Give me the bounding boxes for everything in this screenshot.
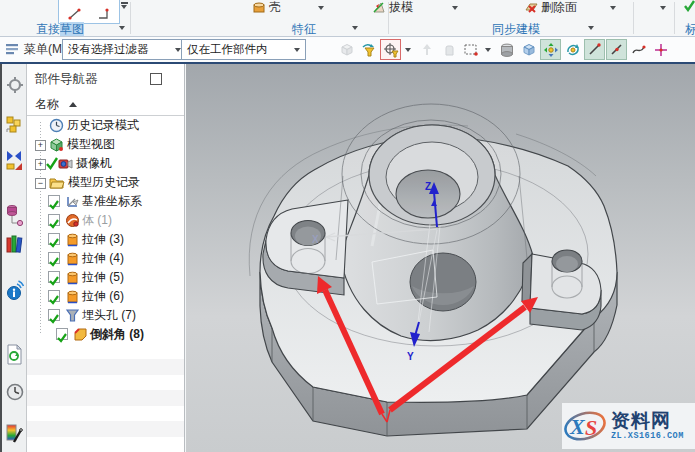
checkbox-checked[interactable]: [56, 328, 68, 340]
group-dropdown-arrow-icon[interactable]: [119, 26, 125, 30]
watermark-logo: X S: [562, 405, 610, 447]
line-tool-2-button[interactable]: [606, 39, 627, 60]
dropdown-arrow-icon[interactable]: [610, 6, 616, 10]
delete-face-button[interactable]: 删除面: [524, 0, 577, 14]
check-mark-icon: [49, 295, 59, 305]
rotate-view-button[interactable]: [562, 39, 583, 60]
panel-title: 部件导航器: [35, 71, 98, 88]
dropdown-arrow-button[interactable]: [402, 39, 413, 60]
web-browser-info-icon[interactable]: [6, 280, 24, 302]
dropdown-arrow-icon[interactable]: [660, 6, 666, 10]
checkbox-checked[interactable]: [48, 252, 60, 264]
resource-bar: [0, 64, 27, 452]
check-mark-icon: [684, 0, 695, 12]
menu-icon: [5, 43, 20, 56]
assembly-cube-icon: [339, 42, 355, 58]
check-mark-icon: [46, 156, 58, 171]
tree-item-chamfer[interactable]: 倒斜角 (8): [27, 325, 185, 344]
camera-icon: [58, 156, 73, 171]
dropdown-arrow-icon[interactable]: [318, 6, 324, 10]
checkbox-checked[interactable]: [48, 271, 60, 283]
hand-icon: [441, 42, 457, 58]
line-tool-button[interactable]: [584, 39, 605, 60]
part-navigator-icon[interactable]: [6, 204, 24, 228]
group-separator: [674, 2, 675, 34]
pan-arrows-icon: [543, 42, 559, 58]
marquee-rect-icon: [463, 42, 479, 58]
tree-item-datum-csys[interactable]: 基准坐标系: [27, 192, 185, 211]
group-label-feature: 特征: [292, 21, 316, 38]
history-clock-icon[interactable]: [6, 382, 24, 404]
checkbox-checked[interactable]: [48, 309, 60, 321]
checkbox-checked[interactable]: [48, 214, 60, 226]
extrude-icon: [65, 251, 80, 266]
check-mark-icon: [57, 333, 67, 343]
tree-item-countersunk-hole[interactable]: 埋头孔 (7): [27, 306, 185, 325]
drag-button[interactable]: [438, 39, 459, 60]
axis-x-label: X: [312, 234, 319, 245]
constraint-navigator-icon[interactable]: [6, 148, 24, 174]
point-tool-button[interactable]: [650, 39, 671, 60]
clock-icon: [49, 118, 64, 133]
selection-filter-button[interactable]: [380, 39, 401, 60]
group-dropdown-arrow-icon[interactable]: [352, 26, 358, 30]
top-border-bar: 菜单(M) 没有选择过滤器 仅在工作部件内: [0, 37, 695, 64]
viewport-3d[interactable]: X Z Y: [186, 64, 695, 452]
tree-item-extrude-6[interactable]: 拉伸 (6): [27, 287, 185, 306]
group-dropdown-arrow-icon[interactable]: [588, 26, 594, 30]
expand-plus-icon[interactable]: +: [35, 159, 46, 170]
shell-button[interactable]: 壳: [252, 0, 281, 14]
translucency-button[interactable]: [518, 39, 539, 60]
move-arrow-icon: [419, 42, 435, 58]
snap-point-button[interactable]: [358, 39, 379, 60]
translucent-cube-icon: [521, 42, 537, 58]
selection-filter-dropdown[interactable]: 没有选择过滤器: [62, 39, 187, 60]
pan-view-button[interactable]: [540, 39, 561, 60]
tree-item-model-views[interactable]: + 模型视图: [27, 135, 185, 154]
spline-tool-button[interactable]: [628, 39, 649, 60]
check-mark-icon: [49, 219, 59, 229]
group-label-direct-sketch: 直接草图: [36, 21, 84, 38]
dropdown-arrow-icon[interactable]: [452, 6, 458, 10]
tree-item-model-history[interactable]: − 模型历史记录: [27, 173, 185, 192]
name-column-header[interactable]: 名称: [27, 94, 184, 116]
draft-button[interactable]: 拔模: [372, 0, 413, 14]
gallery-more-icon[interactable]: [121, 2, 128, 9]
tree-item-history-mode[interactable]: 历史记录模式: [27, 116, 185, 135]
snap-funnel-icon: [361, 42, 377, 58]
dropdown-arrow-button[interactable]: [482, 39, 493, 60]
checkbox-checked[interactable]: [48, 195, 60, 207]
expand-plus-icon[interactable]: +: [35, 140, 46, 151]
selection-scope-dropdown[interactable]: 仅在工作部件内: [181, 39, 306, 60]
axis-y-label: Y: [407, 351, 414, 362]
group-separator: [388, 2, 389, 34]
checkbox-checked[interactable]: [48, 233, 60, 245]
line-icon: [609, 42, 625, 58]
history-document-icon[interactable]: [6, 344, 24, 366]
check-mark-icon: [49, 276, 59, 286]
settings-gear-icon[interactable]: [6, 76, 24, 94]
check-mark-icon: [49, 238, 59, 248]
tree-item-extrude-5[interactable]: 拉伸 (5): [27, 268, 185, 287]
assemblies-button[interactable]: [336, 39, 357, 60]
ribbon: 壳 拔模 删除面 直接草图 特征 同步建模 标: [0, 0, 695, 37]
check-mark-icon: [49, 314, 59, 324]
profile-sketch-icon: [96, 6, 112, 22]
watermark-site-url: ZL.XS1616.COM: [611, 432, 684, 441]
reuse-library-icon[interactable]: [6, 234, 24, 256]
line-icon: [587, 42, 603, 58]
checkbox-checked[interactable]: [48, 290, 60, 302]
collapse-minus-icon[interactable]: −: [35, 178, 46, 189]
tree-item-cameras[interactable]: + 摄像机: [27, 154, 185, 173]
tree-item-extrude-3[interactable]: 拉伸 (3): [27, 230, 185, 249]
roles-palette-icon[interactable]: [6, 422, 24, 448]
datum-csys-icon: [65, 194, 80, 209]
unpin-icon[interactable]: [150, 73, 162, 85]
shaded-display-button[interactable]: [496, 39, 517, 60]
assembly-navigator-icon[interactable]: [6, 116, 24, 134]
rectangle-select-button[interactable]: [460, 39, 481, 60]
graphics-window[interactable]: X Z Y: [186, 64, 695, 452]
tree-item-extrude-4[interactable]: 拉伸 (4): [27, 249, 185, 268]
tree-item-body[interactable]: 体 (1): [27, 211, 185, 230]
move-button[interactable]: [416, 39, 437, 60]
